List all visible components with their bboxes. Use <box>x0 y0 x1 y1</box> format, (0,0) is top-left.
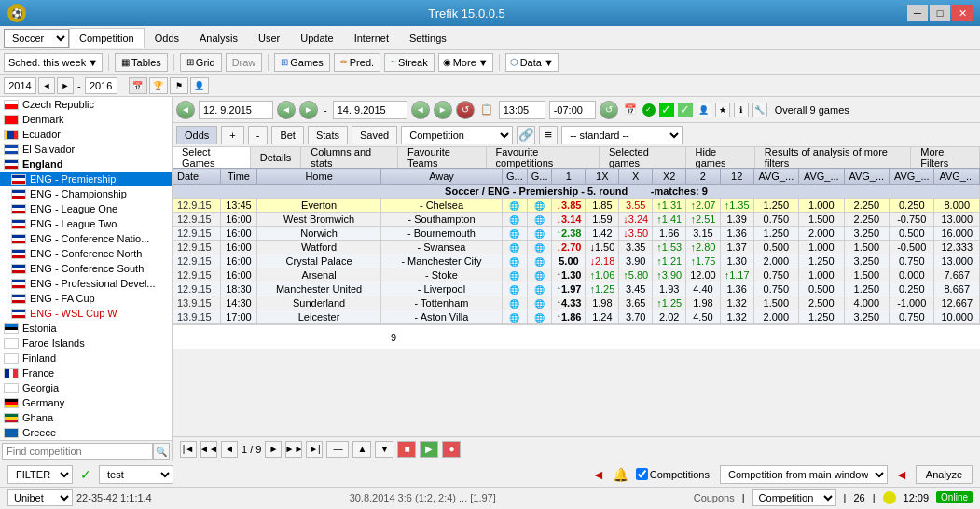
competition-from-main-select[interactable]: Competition from main window <box>720 465 888 484</box>
tab-settings[interactable]: Settings <box>399 28 457 48</box>
tab-internet[interactable]: Internet <box>344 28 399 48</box>
sidebar-item-ghana[interactable]: Ghana <box>0 410 172 425</box>
ftab-results[interactable]: Results of analysis of more filters <box>755 147 911 168</box>
page-stop-button[interactable]: ■ <box>397 441 416 458</box>
sidebar-item-eng-championship[interactable]: ENG - Championship <box>0 186 172 201</box>
date-nav-prev[interactable]: ◄ <box>176 101 195 119</box>
date-to-next[interactable]: ► <box>434 101 452 119</box>
saved-button[interactable]: Saved <box>352 126 397 144</box>
pred-button[interactable]: ✏ Pred. <box>334 53 380 72</box>
info-btn[interactable]: ℹ <box>734 103 749 117</box>
gear-btn[interactable]: 🔧 <box>752 103 767 117</box>
link-button[interactable]: 🔗 <box>517 126 535 144</box>
sidebar-item-el-salvador[interactable]: El Salvador <box>0 142 172 157</box>
ftab-sel-games[interactable]: Selected games <box>600 147 686 168</box>
page-play-button[interactable]: ▶ <box>420 441 438 458</box>
competition-select[interactable]: Competition <box>401 126 513 144</box>
streak-button[interactable]: ~ Streak <box>384 53 435 72</box>
page-next2-button[interactable]: ►► <box>285 441 302 458</box>
table-row[interactable]: 13.9.15 14:30 Sunderland - Tottenham 🌐 🌐… <box>173 296 980 310</box>
table-row[interactable]: 12.9.15 13:45 Everton - Chelsea 🌐 🌐 ↓3.8… <box>173 199 980 213</box>
ftab-more-filters[interactable]: More Filters <box>911 147 980 168</box>
more-button[interactable]: ◉ More ▼ <box>438 53 493 72</box>
sidebar-item-eng-conf-north[interactable]: ENG - Conference North <box>0 246 172 261</box>
tab-update[interactable]: Update <box>290 28 343 48</box>
sidebar-item-greece[interactable]: Greece <box>0 425 172 440</box>
flag-icon-btn[interactable]: ⚑ <box>170 77 188 94</box>
sidebar-item-england[interactable]: England <box>0 157 172 172</box>
table-row[interactable]: 12.9.15 16:00 Arsenal - Stoke 🌐 🌐 ↑1.30 … <box>173 268 980 282</box>
sport-select[interactable]: Soccer <box>4 29 69 48</box>
maximize-button[interactable]: □ <box>930 5 950 21</box>
sched-button[interactable]: Sched. this week ▼ <box>4 53 103 72</box>
bet-provider-select-bottom[interactable]: Unibet <box>7 489 73 506</box>
page-prev-button[interactable]: ◄ <box>221 441 238 458</box>
tab-competition[interactable]: Competition <box>69 28 145 48</box>
sidebar-item-czech-republic[interactable]: Czech Republic <box>0 97 172 112</box>
bet-button[interactable]: Bet <box>271 126 304 144</box>
table-row[interactable]: 13.9.15 17:00 Leicester - Aston Villa 🌐 … <box>173 310 980 324</box>
sidebar-item-faroe[interactable]: Faroe Islands <box>0 336 172 351</box>
table-row[interactable]: 12.9.15 18:30 Manchester United - Liverp… <box>173 282 980 296</box>
ftab-fav-teams[interactable]: Favourite Teams <box>398 147 487 168</box>
sidebar-item-eng-fa-cup[interactable]: ENG - FA Cup <box>0 291 172 306</box>
person-icon-btn[interactable]: 👤 <box>190 77 209 94</box>
filter-button[interactable]: ≡ <box>539 126 558 144</box>
check2-button[interactable]: ✓ <box>678 103 693 117</box>
close-button[interactable]: ✕ <box>952 5 973 21</box>
sidebar-item-estonia[interactable]: Estonia <box>0 321 172 336</box>
green-check-icon[interactable]: ✓ <box>80 467 91 482</box>
sidebar-item-georgia[interactable]: Georgia <box>0 380 172 395</box>
competition-bottom-select[interactable]: Competition <box>752 489 836 506</box>
sidebar-item-eng-wsl[interactable]: ENG - WSL Cup W <box>0 306 172 321</box>
minus-button[interactable]: - <box>248 126 269 144</box>
table-row[interactable]: 12.9.15 16:00 Watford - Swansea 🌐 🌐 ↓2.7… <box>173 241 980 254</box>
sidebar-item-ecuador[interactable]: Ecuador <box>0 127 172 142</box>
ftab-select-games[interactable]: Select Games <box>173 147 251 168</box>
page-first-button[interactable]: |◄ <box>180 441 197 458</box>
tab-odds[interactable]: Odds <box>145 28 189 48</box>
check-button[interactable]: ✓ <box>659 103 674 117</box>
table-row[interactable]: 12.9.15 16:00 Crystal Palace - Mancheste… <box>173 254 980 268</box>
sidebar-item-eng-premiership[interactable]: ENG - Premiership <box>0 172 172 186</box>
page-next-button[interactable]: ► <box>265 441 282 458</box>
date-from-input[interactable] <box>199 101 273 119</box>
standard-select[interactable]: -- standard -- <box>561 126 683 144</box>
trophy-icon-btn[interactable]: 🏆 <box>149 77 168 94</box>
date-to-prev[interactable]: ◄ <box>411 101 430 119</box>
sidebar-item-germany[interactable]: Germany <box>0 395 172 410</box>
page-last-button[interactable]: ►| <box>306 441 323 458</box>
games-button[interactable]: ⊞ Games <box>274 53 329 72</box>
sidebar-item-eng-prof-dev[interactable]: ENG - Professional Devel... <box>0 276 172 291</box>
person-btn[interactable]: 👤 <box>697 103 711 117</box>
table-row[interactable]: 12.9.15 16:00 Norwich - Bournemouth 🌐 🌐 … <box>173 227 980 241</box>
page-prev2-button[interactable]: ◄◄ <box>200 441 217 458</box>
ftab-columns[interactable]: Columns and stats <box>301 147 398 168</box>
test-select[interactable]: test <box>99 465 173 484</box>
stats-button[interactable]: Stats <box>308 126 348 144</box>
sidebar-item-denmark[interactable]: Denmark <box>0 112 172 127</box>
data-button[interactable]: ⬡ Data ▼ <box>505 53 559 72</box>
ftab-hide-games[interactable]: Hide games <box>686 147 755 168</box>
timezone-input[interactable] <box>549 101 596 119</box>
plus-button[interactable]: + <box>221 126 243 144</box>
year-decrement-button[interactable]: ◄ <box>38 77 55 94</box>
sidebar-item-eng-conf-nat[interactable]: ENG - Conference Natio... <box>0 231 172 246</box>
find-competition-input[interactable] <box>2 443 153 460</box>
page-up-button[interactable]: ▲ <box>352 441 371 458</box>
tables-button[interactable]: ▦ Tables <box>115 53 168 72</box>
page-record-button[interactable]: ● <box>442 441 461 458</box>
competitions-checkbox[interactable] <box>636 468 648 480</box>
year-start-input[interactable] <box>4 77 36 94</box>
tab-user[interactable]: User <box>248 28 290 48</box>
year-increment-button[interactable]: ► <box>57 77 74 94</box>
draw-button[interactable]: Draw <box>226 53 263 72</box>
date-from-next[interactable]: ► <box>299 101 318 119</box>
ftab-details[interactable]: Details <box>251 147 302 168</box>
sidebar-item-eng-conf-south[interactable]: ENG - Conference South <box>0 261 172 276</box>
sidebar-item-france[interactable]: France <box>0 365 172 380</box>
reload-button[interactable]: ↺ <box>456 101 475 119</box>
tab-analysis[interactable]: Analysis <box>189 28 248 48</box>
sidebar-item-eng-league-one[interactable]: ENG - League One <box>0 201 172 216</box>
ftab-fav-comp[interactable]: Favourite competitions <box>487 147 600 168</box>
